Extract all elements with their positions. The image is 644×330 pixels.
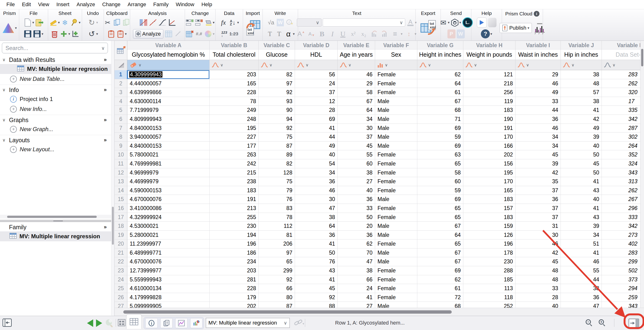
table-cell[interactable]: 38: [561, 70, 602, 79]
bucket-dropdown-arrow-icon[interactable]: ▾: [213, 20, 214, 25]
column-title[interactable]: Hip in inches: [561, 50, 602, 60]
table-cell[interactable]: 72: [417, 293, 463, 302]
table-cell[interactable]: 191: [463, 124, 516, 133]
column-dropdown-icon[interactable]: ∨: [572, 62, 574, 68]
view-notes-button[interactable]: [160, 318, 172, 328]
table-cell[interactable]: 335: [602, 106, 644, 115]
row-number[interactable]: 26: [114, 293, 127, 302]
scrollbar-thumb[interactable]: [641, 49, 643, 66]
table-cell[interactable]: 36: [295, 231, 338, 240]
table-cell[interactable]: 50: [561, 168, 602, 177]
section-more-icon[interactable]: »: [104, 117, 107, 123]
undo-dropdown-arrow-icon[interactable]: ▾: [96, 32, 98, 36]
table-cell[interactable]: 46: [516, 79, 561, 88]
table-cell[interactable]: 97: [259, 79, 295, 88]
table-cell[interactable]: 255: [210, 213, 259, 222]
column-header-variable-c[interactable]: Variable CGlucose: [259, 41, 295, 60]
insert-sheet-icon[interactable]: [71, 29, 80, 39]
subscript-icon[interactable]: x₂: [360, 29, 368, 39]
collapse-chevron-icon[interactable]: ∨: [2, 87, 9, 92]
undo-icon[interactable]: ↺: [88, 29, 96, 39]
table-cell[interactable]: 27: [338, 177, 375, 186]
table-cell[interactable]: 90: [259, 106, 295, 115]
table-cell[interactable]: Male: [375, 302, 417, 308]
table-cell[interactable]: 43: [561, 213, 602, 222]
menu-arrange[interactable]: Arrange: [124, 2, 150, 8]
menu-family[interactable]: Family: [150, 2, 172, 8]
search-sheets-icon[interactable]: [105, 318, 114, 328]
table-cell[interactable]: 234: [210, 257, 259, 266]
table-cell[interactable]: 87: [259, 142, 295, 150]
row-number[interactable]: 27: [114, 302, 127, 308]
table-cell[interactable]: 39: [561, 132, 602, 142]
sidebar-item-new-data-table[interactable]: + New Data Table...: [0, 74, 112, 84]
table-cell[interactable]: 64: [338, 106, 375, 115]
table-cell[interactable]: 65: [417, 213, 463, 222]
table-cell[interactable]: 30: [338, 124, 375, 133]
table-cell[interactable]: 112: [259, 222, 295, 231]
table-cell[interactable]: Female: [375, 275, 417, 284]
table-cell[interactable]: 4.590000153: [127, 186, 210, 195]
cut-icon[interactable]: ✂: [104, 18, 112, 27]
row-number[interactable]: 23: [114, 266, 127, 275]
table-cell[interactable]: 34: [516, 132, 561, 142]
zoom-out-icon[interactable]: −: [586, 319, 593, 326]
paste-special-icon[interactable]: [116, 29, 124, 39]
cloud-info-icon[interactable]: i: [534, 11, 540, 16]
table-cell[interactable]: Male: [375, 231, 417, 240]
column-header-variable-j[interactable]: Variable JHip in inches: [561, 41, 602, 60]
table-cell[interactable]: 12.73999977: [127, 266, 210, 275]
table-cell[interactable]: Female: [375, 240, 417, 248]
table-cell[interactable]: 66: [259, 284, 295, 293]
underline-icon[interactable]: U: [339, 29, 347, 39]
table-cell[interactable]: 119: [463, 97, 516, 106]
table-cell[interactable]: 324: [602, 159, 644, 168]
table-cell[interactable]: 4.840000153: [127, 142, 210, 150]
row-number[interactable]: 8: [114, 132, 127, 142]
previous-sheet-icon[interactable]: [87, 319, 93, 327]
transform-icon[interactable]: [168, 18, 176, 27]
share-cube-icon[interactable]: [451, 18, 459, 27]
table-cell[interactable]: 58: [417, 168, 463, 177]
table-cell[interactable]: 159: [463, 222, 516, 231]
table-cell[interactable]: 76: [295, 257, 338, 266]
table-cell[interactable]: 48: [516, 275, 561, 284]
prism-dropdown-arrow-icon[interactable]: ▾: [15, 26, 17, 30]
column-title[interactable]: HDL: [295, 50, 338, 60]
table-cell[interactable]: 242: [210, 159, 259, 168]
table-cell[interactable]: 40: [561, 142, 602, 150]
table-cell[interactable]: 33: [338, 204, 375, 213]
prism-logo-icon[interactable]: [2, 23, 14, 33]
table-cell[interactable]: 92: [259, 275, 295, 284]
table-cell[interactable]: 89: [259, 150, 295, 159]
column-type-icon-j[interactable]: ∨: [561, 60, 602, 70]
table-cell[interactable]: 179: [210, 293, 259, 302]
current-sheet-tab[interactable]: [126, 314, 142, 329]
table-cell[interactable]: 4.53000021: [127, 222, 210, 231]
table-cell[interactable]: 75: [259, 132, 295, 142]
table-cell[interactable]: 343: [602, 168, 644, 177]
column-title[interactable]: Glycosylated hemoglobin %: [127, 50, 209, 60]
pin-dropdown-arrow-icon[interactable]: ▾: [79, 20, 80, 25]
table-cell[interactable]: 4.96999979: [127, 168, 210, 177]
table-cell[interactable]: 29: [516, 70, 561, 79]
table-cell[interactable]: 88: [295, 302, 338, 308]
table-cell[interactable]: 67: [338, 97, 375, 106]
sort-az-icon[interactable]: AZ↓: [228, 18, 237, 27]
table-vertical-scrollbar[interactable]: [640, 41, 644, 308]
font-color-icon[interactable]: A: [406, 18, 414, 27]
column-title[interactable]: Glucose: [259, 50, 295, 60]
align-icon[interactable]: ≡: [391, 29, 399, 39]
table-cell[interactable]: 156: [463, 159, 516, 168]
table-cell[interactable]: 44: [295, 132, 338, 142]
table-cell[interactable]: 48: [561, 79, 602, 88]
table-cell[interactable]: 45: [516, 150, 561, 159]
table-cell[interactable]: 165: [463, 186, 516, 195]
bold-icon[interactable]: B: [318, 29, 326, 39]
table-cell[interactable]: 48: [516, 266, 561, 275]
column-type-icon-b[interactable]: ∨: [210, 60, 259, 70]
table-cell[interactable]: 55: [561, 266, 602, 275]
table-cell[interactable]: 4.309999943: [127, 70, 210, 79]
table-cell[interactable]: 34: [338, 115, 375, 124]
table-cell[interactable]: 296: [602, 204, 644, 213]
